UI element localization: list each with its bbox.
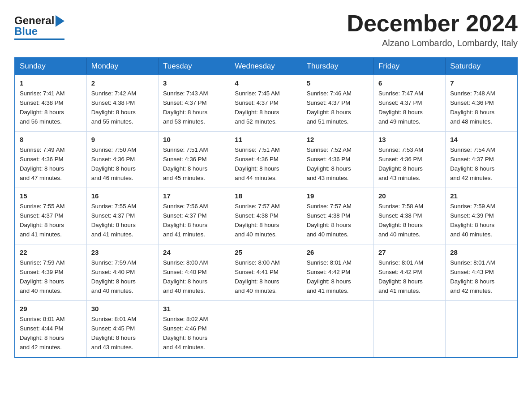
day-info: Sunrise: 7:59 AMSunset: 4:39 PMDaylight:…	[450, 203, 495, 238]
day-number: 1	[20, 78, 82, 88]
day-number: 12	[307, 134, 369, 145]
day-number: 14	[450, 134, 512, 145]
calendar-cell: 30 Sunrise: 8:01 AMSunset: 4:45 PMDaylig…	[86, 300, 158, 357]
calendar-cell	[446, 300, 517, 357]
header-thursday: Thursday	[302, 58, 373, 75]
day-number: 15	[20, 191, 82, 201]
calendar-cell: 26 Sunrise: 8:01 AMSunset: 4:42 PMDaylig…	[302, 244, 373, 301]
calendar-cell: 12 Sunrise: 7:52 AMSunset: 4:36 PMDaylig…	[302, 132, 373, 188]
day-info: Sunrise: 7:56 AMSunset: 4:37 PMDaylight:…	[163, 203, 208, 238]
day-info: Sunrise: 7:45 AMSunset: 4:37 PMDaylight:…	[235, 90, 279, 125]
calendar-cell	[230, 300, 302, 357]
calendar-cell: 17 Sunrise: 7:56 AMSunset: 4:37 PMDaylig…	[159, 188, 230, 244]
day-number: 25	[235, 247, 297, 257]
calendar-cell: 16 Sunrise: 7:55 AMSunset: 4:37 PMDaylig…	[86, 188, 158, 244]
day-number: 18	[235, 191, 297, 201]
day-number: 24	[163, 247, 225, 257]
day-info: Sunrise: 7:42 AMSunset: 4:38 PMDaylight:…	[91, 90, 136, 125]
day-info: Sunrise: 7:43 AMSunset: 4:37 PMDaylight:…	[163, 90, 208, 125]
day-info: Sunrise: 7:57 AMSunset: 4:38 PMDaylight:…	[307, 203, 352, 238]
day-number: 7	[450, 78, 512, 88]
day-info: Sunrise: 8:00 AMSunset: 4:40 PMDaylight:…	[163, 259, 208, 294]
day-number: 26	[307, 247, 369, 257]
calendar-week-row: 1 Sunrise: 7:41 AMSunset: 4:38 PMDayligh…	[15, 75, 517, 131]
day-info: Sunrise: 7:50 AMSunset: 4:36 PMDaylight:…	[91, 146, 136, 181]
calendar-cell: 24 Sunrise: 8:00 AMSunset: 4:40 PMDaylig…	[159, 244, 230, 301]
calendar-cell: 8 Sunrise: 7:49 AMSunset: 4:36 PMDayligh…	[15, 132, 86, 188]
day-info: Sunrise: 7:59 AMSunset: 4:40 PMDaylight:…	[91, 259, 136, 294]
calendar-cell	[302, 300, 373, 357]
calendar-cell: 4 Sunrise: 7:45 AMSunset: 4:37 PMDayligh…	[230, 75, 302, 131]
page-header: General Blue December 2024 Alzano Lombar…	[14, 11, 518, 48]
day-number: 19	[307, 191, 369, 201]
weekday-header-row: Sunday Monday Tuesday Wednesday Thursday…	[15, 58, 517, 75]
day-number: 4	[235, 78, 297, 88]
logo-blue-word: Blue	[14, 25, 38, 38]
day-number: 6	[378, 78, 441, 88]
calendar-cell: 10 Sunrise: 7:51 AMSunset: 4:36 PMDaylig…	[159, 132, 230, 188]
day-info: Sunrise: 8:02 AMSunset: 4:46 PMDaylight:…	[163, 316, 208, 351]
calendar-cell: 21 Sunrise: 7:59 AMSunset: 4:39 PMDaylig…	[446, 188, 517, 244]
calendar-cell: 7 Sunrise: 7:48 AMSunset: 4:36 PMDayligh…	[446, 75, 517, 131]
day-number: 8	[20, 134, 82, 145]
day-info: Sunrise: 7:46 AMSunset: 4:37 PMDaylight:…	[307, 90, 352, 125]
day-info: Sunrise: 8:00 AMSunset: 4:41 PMDaylight:…	[235, 259, 279, 294]
calendar-cell: 23 Sunrise: 7:59 AMSunset: 4:40 PMDaylig…	[86, 244, 158, 301]
logo-container[interactable]: General Blue	[14, 14, 64, 40]
day-info: Sunrise: 7:48 AMSunset: 4:36 PMDaylight:…	[450, 90, 495, 125]
month-title: December 2024	[347, 11, 518, 36]
calendar-cell: 11 Sunrise: 7:51 AMSunset: 4:36 PMDaylig…	[230, 132, 302, 188]
calendar-cell: 2 Sunrise: 7:42 AMSunset: 4:38 PMDayligh…	[86, 75, 158, 131]
day-info: Sunrise: 7:51 AMSunset: 4:36 PMDaylight:…	[163, 146, 208, 181]
calendar-week-row: 15 Sunrise: 7:55 AMSunset: 4:37 PMDaylig…	[15, 188, 517, 244]
calendar-week-row: 22 Sunrise: 7:59 AMSunset: 4:39 PMDaylig…	[15, 244, 517, 301]
day-info: Sunrise: 7:51 AMSunset: 4:36 PMDaylight:…	[235, 146, 279, 181]
calendar-cell: 14 Sunrise: 7:54 AMSunset: 4:37 PMDaylig…	[446, 132, 517, 188]
calendar-week-row: 29 Sunrise: 8:01 AMSunset: 4:44 PMDaylig…	[15, 300, 517, 357]
day-info: Sunrise: 7:53 AMSunset: 4:36 PMDaylight:…	[378, 146, 423, 181]
calendar-cell: 29 Sunrise: 8:01 AMSunset: 4:44 PMDaylig…	[15, 300, 86, 357]
day-info: Sunrise: 8:01 AMSunset: 4:43 PMDaylight:…	[450, 259, 495, 294]
calendar-cell: 28 Sunrise: 8:01 AMSunset: 4:43 PMDaylig…	[446, 244, 517, 301]
day-info: Sunrise: 8:01 AMSunset: 4:42 PMDaylight:…	[307, 259, 352, 294]
day-number: 21	[450, 191, 512, 201]
day-info: Sunrise: 7:54 AMSunset: 4:37 PMDaylight:…	[450, 146, 495, 181]
day-info: Sunrise: 8:01 AMSunset: 4:45 PMDaylight:…	[91, 316, 136, 351]
header-friday: Friday	[373, 58, 445, 75]
day-number: 29	[20, 304, 82, 314]
calendar-cell: 3 Sunrise: 7:43 AMSunset: 4:37 PMDayligh…	[159, 75, 230, 131]
calendar-cell: 22 Sunrise: 7:59 AMSunset: 4:39 PMDaylig…	[15, 244, 86, 301]
day-number: 2	[91, 78, 154, 88]
day-number: 13	[378, 134, 441, 145]
logo[interactable]: General Blue	[14, 11, 64, 40]
day-number: 17	[163, 191, 225, 201]
day-number: 30	[91, 304, 154, 314]
day-info: Sunrise: 7:59 AMSunset: 4:39 PMDaylight:…	[20, 259, 64, 294]
calendar-cell	[373, 300, 445, 357]
header-saturday: Saturday	[446, 58, 517, 75]
calendar-cell: 20 Sunrise: 7:58 AMSunset: 4:38 PMDaylig…	[373, 188, 445, 244]
calendar-cell: 18 Sunrise: 7:57 AMSunset: 4:38 PMDaylig…	[230, 188, 302, 244]
calendar-cell: 27 Sunrise: 8:01 AMSunset: 4:42 PMDaylig…	[373, 244, 445, 301]
day-number: 28	[450, 247, 512, 257]
header-monday: Monday	[86, 58, 158, 75]
header-sunday: Sunday	[15, 58, 86, 75]
header-wednesday: Wednesday	[230, 58, 302, 75]
day-number: 22	[20, 247, 82, 257]
calendar-cell: 19 Sunrise: 7:57 AMSunset: 4:38 PMDaylig…	[302, 188, 373, 244]
day-number: 11	[235, 134, 297, 145]
calendar-cell: 9 Sunrise: 7:50 AMSunset: 4:36 PMDayligh…	[86, 132, 158, 188]
calendar-cell: 5 Sunrise: 7:46 AMSunset: 4:37 PMDayligh…	[302, 75, 373, 131]
day-info: Sunrise: 7:47 AMSunset: 4:37 PMDaylight:…	[378, 90, 423, 125]
day-info: Sunrise: 7:57 AMSunset: 4:38 PMDaylight:…	[235, 203, 279, 238]
day-info: Sunrise: 7:52 AMSunset: 4:36 PMDaylight:…	[307, 146, 352, 181]
calendar-week-row: 8 Sunrise: 7:49 AMSunset: 4:36 PMDayligh…	[15, 132, 517, 188]
day-info: Sunrise: 7:58 AMSunset: 4:38 PMDaylight:…	[378, 203, 423, 238]
header-tuesday: Tuesday	[159, 58, 230, 75]
day-number: 10	[163, 134, 225, 145]
day-number: 16	[91, 191, 154, 201]
day-info: Sunrise: 8:01 AMSunset: 4:44 PMDaylight:…	[20, 316, 64, 351]
day-number: 27	[378, 247, 441, 257]
calendar-table: Sunday Monday Tuesday Wednesday Thursday…	[14, 57, 518, 358]
calendar-cell: 31 Sunrise: 8:02 AMSunset: 4:46 PMDaylig…	[159, 300, 230, 357]
